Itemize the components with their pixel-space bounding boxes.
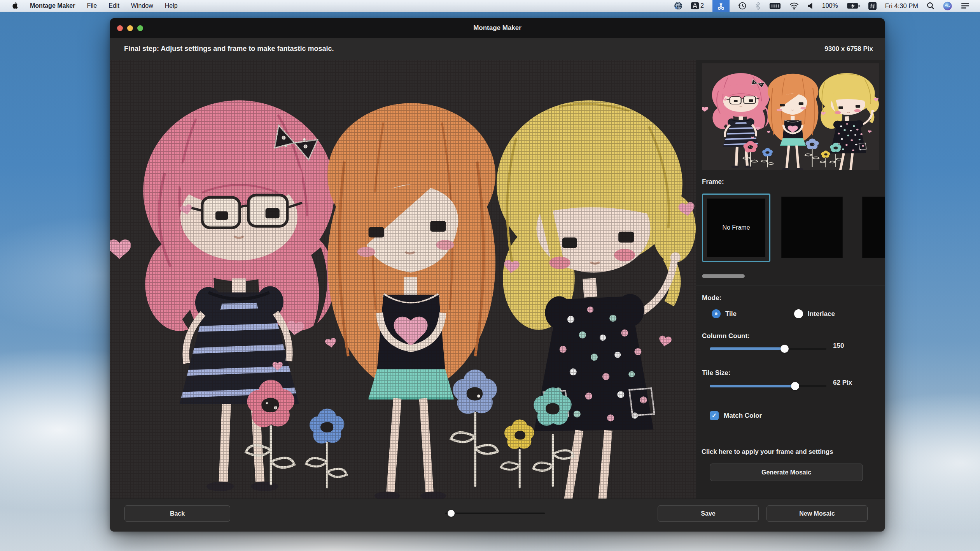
adobe-app-status[interactable]: 2 xyxy=(691,0,704,12)
radio-unselected-icon xyxy=(794,309,803,318)
slider-thumb[interactable] xyxy=(448,510,455,517)
tile-size-value: 62 Pix xyxy=(833,379,852,387)
time-machine-icon[interactable] xyxy=(738,0,747,12)
step-instruction: Final step: Adjust settings and frame to… xyxy=(124,45,334,53)
frame-option-2[interactable] xyxy=(782,197,842,258)
montage-maker-window: Montage Maker Final step: Adjust setting… xyxy=(110,18,885,532)
battery-percent: 100% xyxy=(822,2,838,9)
match-color-option[interactable]: Match Color xyxy=(710,411,762,420)
frame-list-scrollbar[interactable] xyxy=(702,274,745,278)
apple-icon xyxy=(12,2,18,10)
scissors-icon[interactable] xyxy=(712,0,730,12)
save-button[interactable]: Save xyxy=(658,505,759,522)
notification-center-icon[interactable] xyxy=(961,0,970,12)
section-divider xyxy=(696,286,885,286)
bluetooth-icon[interactable] xyxy=(755,0,761,12)
volume-icon[interactable] xyxy=(807,0,814,12)
radio-selected-icon xyxy=(712,309,721,318)
tile-size-slider[interactable] xyxy=(710,382,826,390)
window-titlebar[interactable]: Montage Maker xyxy=(110,18,885,38)
mosaic-dimensions: 9300 x 6758 Pix xyxy=(824,45,873,53)
menu-edit[interactable]: Edit xyxy=(108,2,119,9)
menu-window[interactable]: Window xyxy=(131,2,153,9)
new-mosaic-button[interactable]: New Mosaic xyxy=(766,505,868,522)
adobe-badge-count: 2 xyxy=(700,2,704,9)
apple-menu[interactable] xyxy=(12,0,18,12)
mosaic-preview-canvas[interactable] xyxy=(110,60,696,499)
slider-fill xyxy=(710,385,795,387)
battery-charging-icon[interactable] xyxy=(847,0,860,12)
frame-option-3[interactable] xyxy=(863,197,885,258)
slider-thumb[interactable] xyxy=(780,345,789,353)
match-color-label: Match Color xyxy=(724,412,762,420)
mode-radio-tile[interactable]: Tile xyxy=(712,309,794,318)
window-title: Montage Maker xyxy=(110,24,885,32)
column-count-value: 150 xyxy=(833,342,844,350)
back-button[interactable]: Back xyxy=(124,505,230,522)
checkbox-checked-icon[interactable] xyxy=(710,411,719,420)
apply-settings-hint: Click here to apply your frame and setti… xyxy=(702,448,833,455)
menu-help[interactable]: Help xyxy=(165,2,178,9)
wifi-icon[interactable] xyxy=(789,0,799,12)
frame-option-no-frame[interactable]: No Frame xyxy=(702,194,770,262)
menu-app-name[interactable]: Montage Maker xyxy=(30,2,75,9)
menu-clock[interactable]: Fri 4:30 PM xyxy=(885,2,918,10)
menu-file[interactable]: File xyxy=(87,2,97,9)
keypad-icon[interactable] xyxy=(868,0,877,12)
spotlight-search-icon[interactable] xyxy=(927,0,934,12)
adobe-icon xyxy=(691,2,699,9)
frame-option-label: No Frame xyxy=(722,224,750,231)
menu-bar: Montage Maker File Edit Window Help 2 xyxy=(0,0,980,12)
source-image-thumbnail xyxy=(702,63,879,170)
mode-tile-label: Tile xyxy=(725,310,737,318)
keyboard-brightness-icon[interactable] xyxy=(769,0,781,12)
preview-zoom-slider[interactable] xyxy=(445,509,545,518)
desktop: { "colors": { "accent_blue": "#4a90d9", … xyxy=(0,0,980,551)
globe-icon[interactable] xyxy=(674,0,682,12)
column-count-label: Column Count: xyxy=(702,332,750,340)
slider-thumb[interactable] xyxy=(791,382,799,390)
mosaic-preview-image xyxy=(110,60,696,499)
frame-section-label: Frame: xyxy=(702,178,724,186)
mode-interlace-label: Interlace xyxy=(808,310,835,318)
slider-fill xyxy=(710,347,784,350)
window-header: Final step: Adjust settings and frame to… xyxy=(110,38,885,60)
slider-track[interactable] xyxy=(445,513,545,514)
mode-section-label: Mode: xyxy=(702,294,721,302)
tile-size-label: Tile Size: xyxy=(702,369,730,377)
generate-mosaic-button[interactable]: Generate Mosaic xyxy=(710,464,863,481)
siri-icon[interactable] xyxy=(943,0,952,12)
column-count-slider[interactable] xyxy=(710,345,826,352)
window-footer: Back Save New Mosaic xyxy=(110,499,885,532)
settings-sidebar: Frame: No Frame Mode: Tile Interlace Col… xyxy=(696,60,885,499)
mode-radio-interlace[interactable]: Interlace xyxy=(794,309,877,318)
